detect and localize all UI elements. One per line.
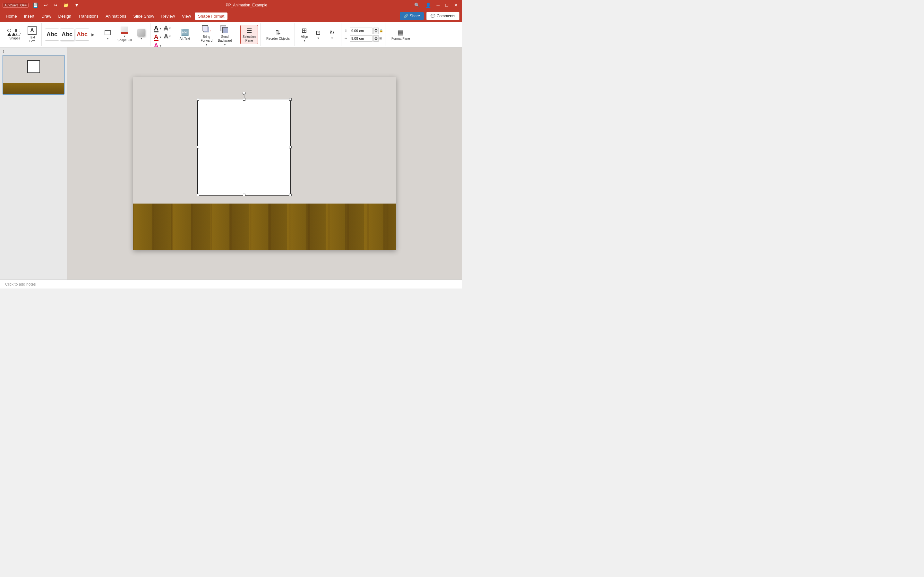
ribbon-group-size: ⇕ ▲ ▼ 🔒 ⇔ ▲ ▼ ⊞ <box>342 23 386 46</box>
abc-style-1[interactable]: Abc <box>45 29 59 41</box>
title-bar: AutoSave OFF 💾 ↩ ↪ 📁 ▼ PP_Animation_Exam… <box>0 0 462 10</box>
text-outline-button[interactable]: A ▼ <box>164 25 171 32</box>
width-down-button[interactable]: ▼ <box>373 39 379 42</box>
menu-bar: Home Insert Draw Design Transitions Anim… <box>0 10 462 22</box>
ribbon: Shapes A TextBox Abc Abc Abc ▶ ▼ <box>0 22 462 47</box>
shape-width-input[interactable] <box>350 35 373 42</box>
menu-draw[interactable]: Draw <box>38 13 54 20</box>
title-bar-controls: 🔍 👤 ─ □ ✕ <box>413 2 459 8</box>
ribbon-group-wordart: Abc Abc Abc ▶ <box>42 23 98 46</box>
text-fill-black-button[interactable]: A ▼ <box>153 25 162 32</box>
size-dialog-button[interactable]: ⊞ <box>379 37 382 40</box>
close-button[interactable]: ✕ <box>452 2 459 8</box>
send-backward-button[interactable]: ↓ SendBackward ▼ <box>216 24 234 47</box>
width-up-button[interactable]: ▲ <box>373 35 379 39</box>
text-fill-red-button[interactable]: A ▼ <box>153 34 162 41</box>
undo-icon[interactable]: ↩ <box>42 2 49 8</box>
ribbon-group-selection: ☰ SelectionPane <box>238 23 261 46</box>
slide-panel: 1 <box>0 47 67 279</box>
menu-design[interactable]: Design <box>55 13 74 20</box>
slide-thumbnail-1[interactable] <box>3 55 65 95</box>
ribbon-group-align: ⊞ Align ▼ ⊡ ▼ ↻ ▼ <box>296 23 341 46</box>
shapes-label: Shapes <box>9 37 20 40</box>
text-effects-button[interactable]: A ▼ <box>164 33 171 40</box>
ribbon-group-alttext: 🔤 Alt Text <box>175 23 195 46</box>
account-icon[interactable]: 👤 <box>424 2 433 8</box>
menu-home[interactable]: Home <box>3 13 20 20</box>
height-up-button[interactable]: ▲ <box>373 27 379 31</box>
customize-qat-icon[interactable]: ▼ <box>73 2 81 8</box>
share-icon: 🔗 <box>404 14 409 18</box>
selectionpane-label: SelectionPane <box>242 35 256 43</box>
group-button[interactable]: ⊡ ▼ <box>312 27 325 41</box>
textbox-button[interactable]: A TextBox <box>25 24 39 45</box>
selected-shape[interactable]: ○ <box>197 99 291 195</box>
shape-effects-button[interactable]: ▼ <box>135 27 148 42</box>
menu-insert[interactable]: Insert <box>21 13 38 20</box>
lock-aspect-button[interactable]: 🔒 <box>379 29 383 32</box>
menu-slideshow[interactable]: Slide Show <box>130 13 157 20</box>
sendbackward-label: SendBackward <box>218 35 232 43</box>
text-fill-pink-button[interactable]: A ▼ <box>153 42 162 47</box>
search-icon[interactable]: 🔍 <box>413 2 421 8</box>
reorder-objects-button[interactable]: ⇅ Reorder Objects <box>264 27 292 42</box>
bring-forward-button[interactable]: ↑ BringForward ▼ <box>198 24 215 47</box>
main-area: 1 ○ <box>0 47 462 279</box>
ribbon-group-textfill: A ▼ A ▼ A ▼ A ▼ <box>151 23 174 46</box>
shape-height-input[interactable] <box>350 27 373 34</box>
abc-style-2[interactable]: Abc <box>60 29 74 41</box>
menu-animations[interactable]: Animations <box>102 13 129 20</box>
ribbon-group-reorder: ⇅ Reorder Objects <box>262 23 295 46</box>
rotate-handle[interactable]: ○ <box>242 92 246 95</box>
shape-fill-button[interactable]: ▼ Shape Fill <box>115 25 134 44</box>
height-down-button[interactable]: ▼ <box>373 31 379 34</box>
menu-view[interactable]: View <box>179 13 194 20</box>
restore-button[interactable]: □ <box>444 2 450 8</box>
alttext-label: Alt Text <box>180 37 190 41</box>
shapefill-label: Shape Fill <box>118 39 132 42</box>
formatpane-label: Format Pane <box>391 37 410 41</box>
rotate-button[interactable]: ↻ ▼ <box>326 27 338 41</box>
thumbnail-inner <box>3 55 64 94</box>
align-label: Align <box>301 35 308 39</box>
document-title: PP_Animation_Example <box>226 3 267 7</box>
selection-pane-button[interactable]: ☰ SelectionPane <box>240 25 258 44</box>
reorder-label: Reorder Objects <box>266 37 290 41</box>
menu-transitions[interactable]: Transitions <box>75 13 102 20</box>
ribbon-group-formatpane: ▤ Format Pane <box>387 23 415 46</box>
share-button[interactable]: 🔗 Share <box>400 12 424 20</box>
slide-floor-overlay <box>133 203 396 250</box>
shape-outline-button[interactable]: ▼ <box>102 27 114 42</box>
comment-icon: 💬 <box>431 14 435 18</box>
selection-handles <box>197 98 292 196</box>
autosave-toggle[interactable]: AutoSave OFF <box>3 3 29 8</box>
format-pane-button[interactable]: ▤ Format Pane <box>389 27 412 42</box>
notes-bar[interactable]: Click to add notes <box>0 279 462 288</box>
width-spinners: ▲ ▼ <box>373 35 379 42</box>
wordart-expand-button[interactable]: ▶ <box>90 27 95 42</box>
align-button[interactable]: ⊞ Align ▼ <box>298 25 311 44</box>
abc-style-3[interactable]: Abc <box>75 29 89 41</box>
bringforward-label: BringForward <box>200 35 212 43</box>
minimize-button[interactable]: ─ <box>435 2 441 8</box>
title-bar-left: AutoSave OFF 💾 ↩ ↪ 📁 ▼ <box>3 2 81 8</box>
menu-shapeformat[interactable]: Shape Format <box>195 13 228 20</box>
handle-top-left[interactable] <box>197 98 199 101</box>
alttext-button[interactable]: 🔤 Alt Text <box>178 27 192 42</box>
slide-canvas[interactable]: ○ <box>133 77 396 250</box>
height-spinners: ▲ ▼ <box>373 27 379 34</box>
notes-placeholder: Click to add notes <box>5 282 36 287</box>
save-icon[interactable]: 💾 <box>31 2 40 8</box>
slide-number: 1 <box>3 50 65 53</box>
ribbon-group-order: ↑ BringForward ▼ ↓ SendBackward ▼ <box>196 23 237 46</box>
menu-review[interactable]: Review <box>158 13 178 20</box>
ribbon-group-shapefill: ▼ ▼ Shape Fill ▼ <box>99 23 150 46</box>
shapes-button[interactable]: Shapes <box>5 27 24 42</box>
open-icon[interactable]: 📁 <box>61 2 70 8</box>
comments-button[interactable]: 💬 Comments <box>426 12 459 20</box>
textbox-label: TextBox <box>29 35 35 43</box>
handle-middle-left[interactable] <box>197 146 199 148</box>
redo-icon[interactable]: ↪ <box>52 2 59 8</box>
ribbon-group-shapes: Shapes A TextBox <box>3 23 42 46</box>
canvas-area[interactable]: ○ <box>67 47 462 279</box>
